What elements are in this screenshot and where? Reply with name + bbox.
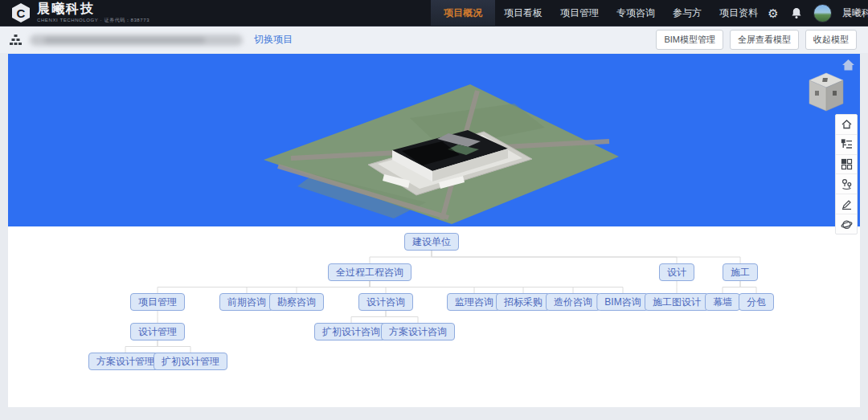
brand-subtitle: CHENXI TECHNOLOGY · 证券代码：838773 — [37, 18, 149, 22]
home-icon[interactable] — [836, 115, 857, 135]
nav-item-project-management[interactable]: 项目管理 — [551, 0, 608, 27]
brand-name: 晨曦科技 — [37, 2, 149, 16]
svg-text:C: C — [17, 6, 26, 20]
org-node-dd-mgmt[interactable]: 扩初设计管理 — [154, 353, 227, 370]
switch-project-link[interactable]: 切换项目 — [254, 33, 293, 47]
model-tree-icon[interactable] — [836, 135, 857, 155]
model-action-buttons: BIM模型管理 全屏查看模型 收起模型 — [656, 30, 868, 50]
project-subbar: 切换项目 BIM模型管理 全屏查看模型 收起模型 — [0, 27, 868, 53]
bim-model-manage-button[interactable]: BIM模型管理 — [656, 30, 723, 50]
org-node-subcontract[interactable]: 分包 — [739, 293, 774, 311]
nav-item-participants[interactable]: 参与方 — [664, 0, 710, 27]
org-node-dd-consult[interactable]: 扩初设计咨询 — [314, 323, 388, 340]
org-node-construction[interactable]: 施工 — [723, 263, 758, 281]
main-nav: 项目概况 项目看板 项目管理 专项咨询 参与方 项目资料 — [431, 0, 767, 27]
org-node-supervision[interactable]: 监理咨询 — [447, 293, 502, 311]
org-node-cd-design[interactable]: 施工图设计 — [645, 293, 709, 311]
top-navbar: C 晨曦科技 CHENXI TECHNOLOGY · 证券代码：838773 项… — [0, 0, 868, 27]
roam-icon[interactable] — [836, 214, 857, 234]
viewer-toolbar — [835, 114, 858, 234]
user-menu[interactable]: 晨曦科技 — [842, 6, 868, 20]
brand-logo: C 晨曦科技 CHENXI TECHNOLOGY · 证券代码：838773 — [0, 0, 149, 26]
org-node-cost[interactable]: 造价咨询 — [546, 293, 600, 311]
collapse-model-button[interactable]: 收起模型 — [805, 30, 857, 50]
org-node-survey[interactable]: 勘察咨询 — [269, 293, 324, 311]
org-node-schematic-consult[interactable]: 方案设计咨询 — [381, 323, 455, 340]
page: C 晨曦科技 CHENXI TECHNOLOGY · 证券代码：838773 项… — [0, 0, 868, 420]
nav-item-project-board[interactable]: 项目看板 — [495, 0, 551, 27]
org-node-bidding[interactable]: 招标采购 — [496, 293, 551, 311]
org-node-design[interactable]: 设计 — [659, 263, 694, 281]
org-node-owner[interactable]: 建设单位 — [404, 233, 459, 251]
nav-item-special-consulting[interactable]: 专项咨询 — [608, 0, 664, 27]
viewer-home-icon[interactable] — [841, 59, 855, 71]
org-node-design-mgmt[interactable]: 设计管理 — [130, 323, 185, 340]
org-node-pm[interactable]: 项目管理 — [130, 293, 185, 311]
fullscreen-model-button[interactable]: 全屏查看模型 — [730, 30, 799, 50]
bim-viewer-canvas[interactable] — [8, 54, 860, 226]
org-node-curtain[interactable]: 幕墙 — [705, 293, 740, 311]
org-node-schematic-mgmt[interactable]: 方案设计管理 — [88, 353, 162, 370]
org-node-epc[interactable]: 全过程工程咨询 — [328, 263, 411, 281]
topbar-right-group: ⚙ 晨曦科技 — [767, 4, 868, 22]
org-node-early[interactable]: 前期咨询 — [219, 293, 274, 311]
gear-icon[interactable]: ⚙ — [767, 6, 780, 19]
nav-item-project-overview[interactable]: 项目概况 — [431, 0, 495, 27]
components-icon[interactable] — [836, 155, 857, 175]
navigation-cube[interactable] — [808, 71, 845, 113]
project-name-redacted — [30, 35, 243, 46]
viewpoint-pins-icon[interactable] — [836, 174, 857, 194]
sitemap-icon — [10, 35, 22, 45]
org-node-design-consult[interactable]: 设计咨询 — [358, 293, 413, 311]
model-scene — [8, 54, 860, 226]
markup-pencil-icon[interactable] — [836, 194, 857, 214]
bell-icon[interactable] — [790, 6, 803, 19]
brand-hexagon-icon: C — [10, 2, 31, 23]
org-node-bim[interactable]: BIM咨询 — [596, 293, 649, 311]
nav-item-project-documents[interactable]: 项目资料 — [710, 0, 767, 27]
avatar[interactable] — [813, 4, 832, 22]
user-name-label: 晨曦科技 — [842, 6, 868, 20]
